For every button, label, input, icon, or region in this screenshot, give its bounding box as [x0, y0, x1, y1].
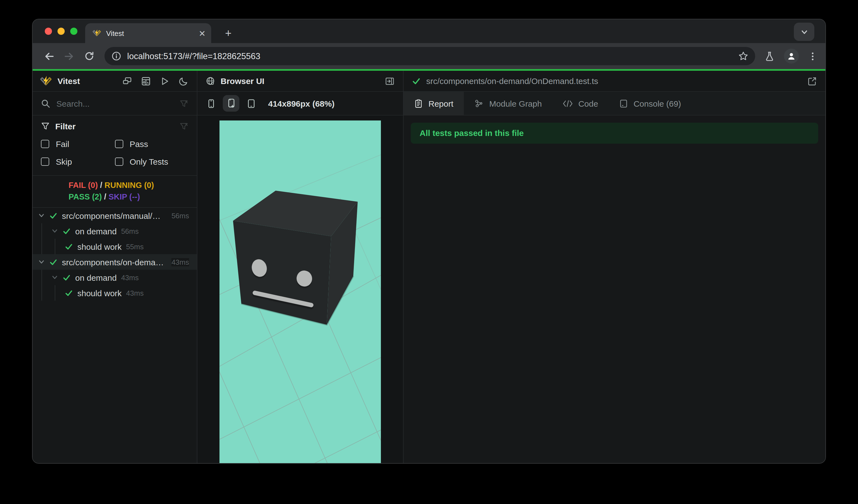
pass-check-icon [65, 242, 73, 250]
tab-title: Vitest [106, 29, 199, 37]
test-suite-row[interactable]: on demand 43ms [33, 270, 197, 285]
device-tablet-button[interactable] [243, 95, 259, 112]
report-panel: src/components/on-demand/OnDemand.test.t… [403, 71, 825, 463]
checkbox[interactable] [41, 140, 49, 148]
dark-mode-moon-icon[interactable] [178, 76, 189, 86]
device-phone-plus-button[interactable] [223, 95, 239, 112]
tab-module-graph[interactable]: Module Graph [464, 92, 552, 115]
chevron-down-icon[interactable] [51, 228, 58, 234]
external-link-icon[interactable] [807, 76, 817, 86]
device-viewport[interactable] [220, 120, 381, 463]
filter-checkbox-skip[interactable]: Skip [41, 153, 115, 170]
chevron-down-icon [800, 28, 808, 36]
forward-button[interactable] [60, 47, 78, 65]
close-window-button[interactable] [45, 27, 52, 34]
duration-badge: 43ms [126, 289, 144, 297]
file-header: src/components/on-demand/OnDemand.test.t… [403, 71, 825, 92]
tab-close-icon[interactable]: ✕ [199, 29, 206, 37]
screen: Vitest ✕ + [0, 0, 858, 504]
browser-ui-panel: Browser UI 414x896px (68%) [197, 71, 403, 463]
url-text: localhost:5173/#/?file=1828625563 [127, 51, 738, 61]
search-input[interactable] [57, 99, 179, 108]
all-tests-passed-banner: All tests passed in this file [411, 123, 818, 144]
filter-checkbox-fail[interactable]: Fail [41, 135, 115, 152]
minimize-window-button[interactable] [58, 27, 65, 34]
test-file-row[interactable]: src/components/manual/… 56ms [33, 208, 197, 223]
chevron-down-icon[interactable] [38, 212, 45, 219]
device-phone-small-button[interactable] [203, 95, 220, 112]
toolbar-trailing [764, 49, 817, 64]
vitest-logo-icon [40, 75, 52, 87]
test-case-row[interactable]: should work 43ms [33, 285, 197, 300]
chevron-down-icon[interactable] [51, 274, 58, 281]
reload-button[interactable] [80, 47, 98, 65]
tab-strip: Vitest ✕ + [33, 19, 825, 43]
checkbox[interactable] [115, 157, 123, 165]
filter-section: Filter Fail Pass [33, 115, 197, 176]
preview-area [197, 115, 403, 463]
url-bar[interactable]: localhost:5173/#/?file=1828625563 [105, 47, 755, 65]
test-case-row[interactable]: should work 55ms [33, 239, 197, 254]
tab-console[interactable]: Console (69) [609, 92, 692, 115]
viewport-toolbar: 414x896px (68%) [197, 92, 403, 115]
run-all-icon[interactable] [160, 76, 170, 86]
tab-search-button[interactable] [794, 23, 814, 41]
tab-code[interactable]: Code [552, 92, 609, 115]
browser-ui-title: Browser UI [221, 76, 264, 86]
browser-ui-header: Browser UI [197, 71, 403, 92]
traffic-lights [45, 27, 77, 34]
pass-check-icon [62, 273, 71, 281]
chevron-down-icon[interactable] [38, 259, 45, 265]
duration-badge: 43ms [121, 273, 139, 281]
new-tab-button[interactable]: + [221, 26, 236, 41]
filter-funnel-icon [41, 121, 50, 130]
clear-filter-icon[interactable] [179, 121, 189, 131]
threejs-scene [220, 120, 381, 463]
filter-checkbox-pass[interactable]: Pass [115, 135, 189, 152]
search-icon [41, 99, 50, 108]
site-info-icon[interactable] [112, 51, 121, 61]
globe-icon [206, 76, 215, 86]
cube-front-face [233, 221, 331, 325]
checkbox[interactable] [115, 140, 123, 148]
console-icon [619, 99, 628, 108]
pass-check-icon [49, 258, 58, 266]
filter-checkbox-only-tests[interactable]: Only Tests [115, 153, 189, 170]
code-icon [563, 99, 573, 108]
tab-report[interactable]: Report [403, 92, 464, 115]
open-panel-right-icon[interactable] [385, 76, 395, 86]
dock-panels-icon[interactable] [122, 76, 132, 86]
browser-toolbar: localhost:5173/#/?file=1828625563 [33, 43, 825, 69]
clear-filter-icon[interactable] [179, 99, 189, 108]
duration-badge: 55ms [126, 242, 144, 250]
clipboard-icon [414, 99, 423, 108]
sidebar-header: Vitest [33, 71, 197, 92]
browser-tab[interactable]: Vitest ✕ [85, 23, 211, 43]
browser-window: Vitest ✕ + [33, 19, 825, 463]
dashboard-icon[interactable] [141, 76, 151, 86]
vitest-favicon [92, 29, 101, 37]
filter-title: Filter [55, 121, 76, 131]
pass-check-icon [65, 289, 73, 297]
test-suite-row[interactable]: on demand 56ms [33, 223, 197, 239]
stats-line-1: FAIL (0) / RUNNING (0) [68, 180, 197, 191]
report-content: All tests passed in this file [403, 115, 825, 463]
experiments-flask-icon[interactable] [764, 51, 775, 62]
maximize-window-button[interactable] [70, 27, 77, 34]
menu-dots-icon[interactable] [808, 51, 817, 61]
checkbox[interactable] [41, 157, 49, 165]
vitest-ui: Vitest [33, 71, 825, 463]
duration-badge: 56ms [121, 227, 139, 235]
stats-line-2: PASS (2) / SKIP (--) [68, 191, 197, 203]
back-button[interactable] [41, 47, 58, 65]
test-stats: FAIL (0) / RUNNING (0) PASS (2) / SKIP (… [33, 176, 197, 208]
search-row [33, 92, 197, 115]
pass-check-icon [62, 227, 71, 235]
viewport-size-label: 414x896px (68%) [268, 99, 334, 108]
test-file-row-selected[interactable]: src/components/on-dema… 43ms [33, 254, 197, 270]
bookmark-star-icon[interactable] [738, 51, 749, 61]
profile-avatar[interactable] [784, 49, 799, 64]
pass-check-icon [412, 77, 421, 85]
app-title: Vitest [58, 76, 80, 86]
test-tree: src/components/manual/… 56ms on demand 5… [33, 208, 197, 463]
